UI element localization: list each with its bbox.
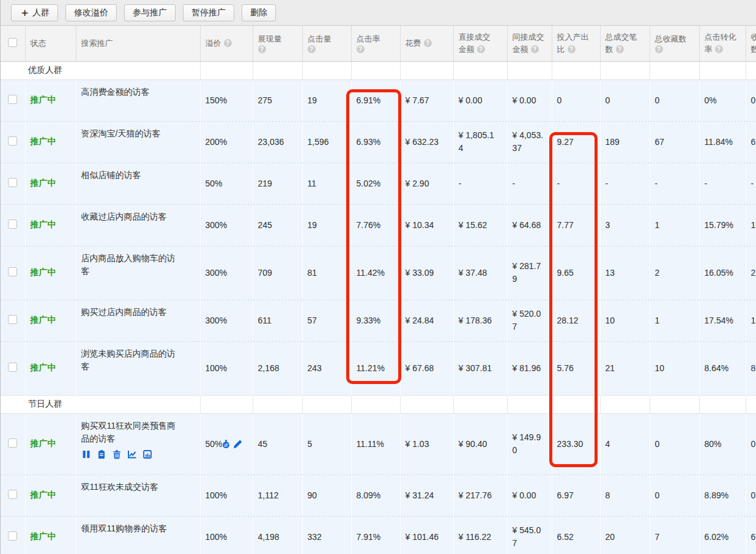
cell-impressions: 275 [253, 79, 302, 121]
help-icon[interactable]: ? [224, 39, 232, 47]
cell-status: 推广中 [25, 516, 76, 554]
join-promotion-button[interactable]: 参与推广 [124, 4, 176, 21]
row-checkbox[interactable] [8, 363, 17, 372]
help-icon[interactable]: ? [357, 45, 365, 53]
audience-name[interactable]: 浏览未购买店内商品的访客 [81, 347, 178, 373]
audience-name[interactable]: 高消费金额的访客 [81, 86, 178, 98]
section-cell [351, 395, 400, 413]
edit-pencil-icon[interactable] [232, 439, 243, 449]
section-cell [400, 395, 453, 413]
column-header-status: 状态 [25, 26, 76, 61]
cell-clicks: 57 [302, 300, 351, 341]
status-badge: 推广中 [31, 220, 56, 229]
cell-clicks: 1,596 [302, 121, 351, 163]
section-cell [746, 61, 756, 79]
cell-select [1, 516, 25, 554]
cell-name: 购买双11狂欢同类预售商品的访客 [76, 413, 200, 475]
help-icon[interactable]: ? [655, 45, 663, 53]
cell-roi: 9.65 [552, 246, 600, 300]
add-audience-button[interactable]: ＋人群 [11, 4, 58, 21]
help-icon[interactable]: ? [568, 45, 576, 53]
status-badge: 推广中 [31, 490, 56, 500]
section-cell [507, 61, 552, 79]
cell-cvr: 0% [699, 79, 746, 121]
cell-clicks: 332 [302, 516, 351, 554]
cell-ctr: 9.33% [351, 300, 400, 341]
audience-name[interactable]: 相似店铺的访客 [81, 169, 178, 182]
row-checkbox[interactable] [8, 136, 17, 146]
cell-select [1, 475, 25, 516]
audience-name[interactable]: 双11狂欢未成交访客 [81, 481, 178, 493]
table-row: 推广中购买过店内商品的访客300%611579.33%¥ 24.84¥ 178.… [1, 300, 756, 341]
help-icon[interactable]: ? [616, 45, 624, 53]
table-row: 推广中相似店铺的访客50%219115.02%¥ 2.90------- [1, 163, 756, 204]
column-header-cvr: 点击转化率 ? [699, 26, 746, 61]
help-icon[interactable]: ? [477, 45, 485, 53]
column-header-premium: 溢价? [200, 26, 253, 61]
section-cell [552, 395, 600, 413]
cell-name: 购买过店内商品的访客 [76, 300, 200, 341]
toolbar: ＋人群 修改溢价 参与推广 暂停推广 删除 [1, 0, 756, 26]
cell-indirect: - [507, 163, 552, 204]
row-checkbox[interactable] [8, 267, 17, 276]
help-icon[interactable]: ? [715, 45, 723, 53]
row-checkbox[interactable] [8, 220, 17, 229]
row-checkbox[interactable] [8, 438, 17, 448]
cell-indirect: ¥ 4,053.37 [507, 121, 552, 163]
cell-status: 推广中 [25, 79, 76, 121]
cell-extra: 0 [746, 79, 756, 121]
cell-cost: ¥ 2.90 [400, 163, 453, 204]
cell-cost: ¥ 31.24 [400, 475, 453, 516]
cell-premium: 200% [200, 121, 253, 163]
cell-direct: ¥ 217.76 [453, 475, 507, 516]
cell-extra: 1 [746, 300, 756, 341]
cell-orders: 13 [600, 246, 650, 300]
cell-cost: ¥ 33.09 [400, 246, 453, 300]
help-icon[interactable]: ? [531, 45, 539, 53]
help-icon[interactable]: ? [258, 45, 266, 53]
pause-promotion-button[interactable]: 暂停推广 [183, 4, 234, 21]
line-chart-icon[interactable] [127, 449, 137, 459]
status-badge: 推广中 [31, 438, 56, 448]
row-checkbox[interactable] [8, 178, 17, 187]
row-checkbox[interactable] [8, 531, 17, 541]
cell-orders: - [600, 163, 650, 204]
audience-name[interactable]: 资深淘宝/天猫的访客 [81, 127, 178, 140]
cell-select [1, 121, 25, 163]
cell-premium: 100% [200, 341, 253, 395]
row-checkbox[interactable] [8, 490, 17, 499]
cell-direct: ¥ 116.22 [453, 516, 507, 554]
cell-direct: ¥ 37.48 [453, 246, 507, 300]
cell-status: 推广中 [25, 475, 76, 516]
cell-status: 推广中 [25, 300, 76, 341]
section-cell [746, 395, 756, 413]
audience-name[interactable]: 购买双11狂欢同类预售商品的访客 [81, 419, 178, 445]
bar-chart-icon[interactable] [143, 449, 152, 459]
section-cell [400, 61, 453, 79]
delete-button[interactable]: 删除 [242, 4, 276, 21]
section-cell [253, 61, 302, 79]
money-bag-icon[interactable] [221, 439, 231, 449]
cell-roi: 6.97 [552, 475, 600, 516]
row-checkbox[interactable] [8, 95, 17, 104]
column-header-cost: 花费? [400, 26, 453, 61]
audience-name[interactable]: 购买过店内商品的访客 [81, 306, 178, 319]
audience-name[interactable]: 收藏过店内商品的访客 [81, 210, 178, 223]
cell-favs: - [650, 163, 699, 204]
help-icon[interactable]: ? [424, 39, 432, 47]
section-row: 节日人群 [1, 395, 756, 413]
select-all-checkbox[interactable] [8, 38, 17, 47]
status-badge: 推广中 [31, 95, 56, 105]
cell-extra: 2 [746, 246, 756, 300]
pause-icon[interactable] [81, 449, 91, 459]
cell-favs: 7 [650, 516, 699, 554]
audience-name[interactable]: 店内商品放入购物车的访客 [81, 252, 178, 278]
help-icon[interactable]: ? [308, 45, 316, 53]
report-icon[interactable] [97, 449, 106, 459]
row-checkbox[interactable] [8, 315, 17, 324]
trash-icon[interactable] [112, 449, 122, 459]
cell-status: 推广中 [25, 341, 76, 395]
cell-orders: 21 [600, 341, 650, 395]
audience-name[interactable]: 领用双11购物券的访客 [81, 522, 178, 535]
modify-premium-button[interactable]: 修改溢价 [65, 4, 117, 21]
